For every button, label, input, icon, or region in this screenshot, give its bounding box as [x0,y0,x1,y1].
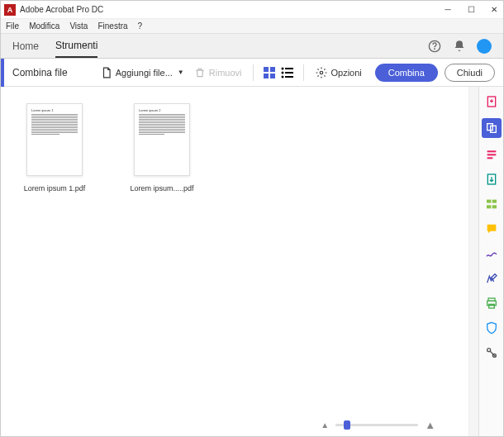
remove-label: Rimuovi [209,68,242,78]
combine-files-icon[interactable] [482,118,502,138]
svg-rect-9 [285,72,293,74]
create-pdf-icon[interactable] [483,93,500,110]
close-button[interactable]: ✕ [488,4,500,16]
thumb-title: Lorem ipsum 2 [139,108,185,112]
chevron-down-icon: ▼ [178,69,184,76]
file-name: Lorem ipsum 1.pdf [24,184,86,192]
zoom-slider[interactable] [335,424,418,426]
comment-icon[interactable] [483,221,500,237]
svg-rect-16 [487,150,496,152]
file-item[interactable]: Lorem ipsum 2 Lorem ipsum.....pdf [125,103,199,192]
protect-icon[interactable] [483,320,500,336]
main-area: Lorem ipsum 1 Lorem ipsum 1.pdf Lorem ip… [1,87,503,436]
minimize-button[interactable]: ─ [442,4,454,16]
file-grid[interactable]: Lorem ipsum 1 Lorem ipsum 1.pdf Lorem ip… [1,87,468,436]
sign-icon[interactable] [483,270,500,287]
export-pdf-icon[interactable] [483,171,500,188]
svg-rect-22 [487,205,491,208]
window-controls: ─ ☐ ✕ [442,4,500,16]
zoom-out-icon[interactable]: ▲ [321,420,329,430]
add-files-label: Aggiungi file... [116,68,173,78]
app-window: A Adobe Acrobat Pro DC ─ ☐ ✕ File Modifi… [0,0,504,437]
menu-modifica[interactable]: Modifica [29,21,59,31]
gear-icon [316,67,327,78]
svg-point-10 [282,75,284,78]
svg-rect-7 [285,68,293,69]
svg-rect-21 [492,200,496,203]
toolbar-accent [1,59,4,87]
more-tools-icon[interactable] [483,344,500,361]
avatar[interactable] [477,39,492,54]
menu-vista[interactable]: Vista [69,21,88,31]
svg-point-8 [282,71,284,74]
svg-point-6 [282,67,284,69]
divider [253,64,254,81]
zoom-in-icon[interactable]: ▲ [425,419,435,431]
svg-rect-23 [492,205,496,208]
app-icon: A [4,4,16,16]
combine-button[interactable]: Combina [375,64,438,82]
add-files-button[interactable]: Aggiungi file... ▼ [96,64,189,82]
thumb-title: Lorem ipsum 1 [31,108,78,112]
svg-rect-5 [270,74,275,78]
bell-icon[interactable] [452,39,467,54]
svg-rect-18 [487,157,492,159]
file-item[interactable]: Lorem ipsum 1 Lorem ipsum 1.pdf [17,103,92,192]
svg-rect-4 [264,74,269,78]
svg-rect-17 [487,154,496,155]
file-thumbnail: Lorem ipsum 2 [134,103,190,176]
window-title: Adobe Acrobat Pro DC [20,5,442,14]
menu-finestra[interactable]: Finestra [97,21,127,31]
trash-icon [194,67,206,78]
remove-button[interactable]: Rimuovi [189,64,247,82]
file-name: Lorem ipsum.....pdf [130,184,193,192]
navbar: Home Strumenti [1,34,503,59]
svg-rect-20 [487,200,491,203]
zoom-handle[interactable] [344,420,350,430]
zoom-bar: ▲ ▲ [321,419,435,431]
list-view-icon[interactable] [281,66,294,79]
document-icon [101,67,112,78]
grid-view-icon[interactable] [263,66,276,79]
edit-pdf-icon[interactable] [483,146,500,163]
menu-help[interactable]: ? [138,21,143,31]
menubar: File Modifica Vista Finestra ? [1,19,503,34]
toolbar-title: Combina file [12,67,68,78]
svg-rect-11 [285,76,293,78]
svg-rect-2 [264,67,269,72]
print-icon[interactable] [483,295,500,311]
menu-file[interactable]: File [6,21,19,31]
maximize-button[interactable]: ☐ [465,4,477,16]
scrollbar[interactable] [468,87,478,436]
options-label: Opzioni [330,68,361,78]
svg-point-12 [321,71,324,74]
help-icon[interactable] [427,39,442,54]
options-button[interactable]: Opzioni [311,64,366,82]
nav-strumenti[interactable]: Strumenti [55,35,97,58]
svg-point-1 [435,49,435,50]
toolbar: Combina file Aggiungi file... ▼ Rimuovi … [1,59,503,87]
svg-rect-3 [270,67,275,72]
right-sidebar [478,87,503,436]
fill-sign-icon[interactable] [483,245,500,262]
close-panel-button[interactable]: Chiudi [445,64,495,82]
organize-icon[interactable] [483,196,500,212]
file-thumbnail: Lorem ipsum 1 [26,103,83,176]
titlebar: A Adobe Acrobat Pro DC ─ ☐ ✕ [1,1,503,19]
divider [303,64,304,81]
nav-home[interactable]: Home [12,36,39,57]
